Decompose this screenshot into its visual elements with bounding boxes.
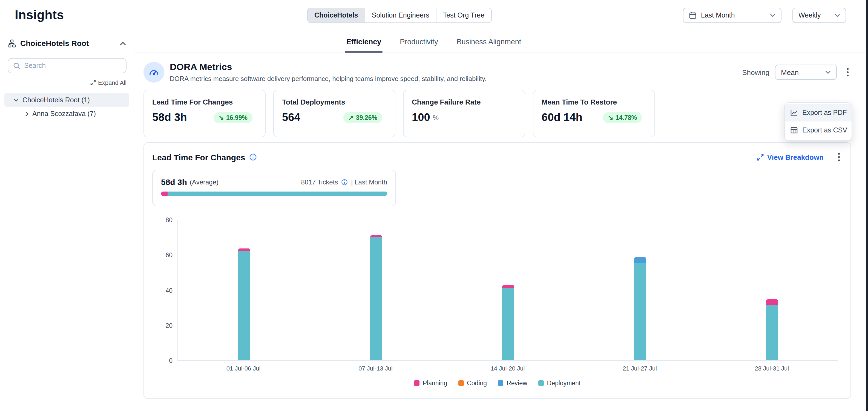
app-viewport: Insights ChoiceHotels Solution Engineers…	[0, 0, 868, 411]
stacked-bar[interactable]	[238, 248, 250, 360]
dora-title: DORA Metrics	[170, 62, 487, 73]
y-tick-label: 0	[169, 357, 173, 365]
bar-segment-deployment	[634, 264, 646, 360]
main-panel: Efficiency Productivity Business Alignme…	[135, 32, 868, 411]
legend-swatch	[538, 380, 544, 386]
legend-label: Review	[506, 380, 527, 386]
granularity-dropdown[interactable]: Weekly	[793, 8, 846, 23]
bar-column	[442, 220, 574, 360]
tree-node-label: ChoiceHotels Root (1)	[23, 96, 90, 104]
chart-legend: PlanningCodingReviewDeployment	[152, 380, 842, 386]
trend-delta: 14.78%	[616, 114, 637, 121]
granularity-dropdown-value: Weekly	[799, 11, 821, 19]
bar-segment-deployment	[370, 237, 382, 360]
trend-badge: ↘ 16.99%	[214, 112, 252, 123]
export-csv-label: Export as CSV	[802, 127, 847, 134]
main-content: DORA Metrics DORA metrics measure softwa…	[135, 53, 868, 399]
card-total-deployments[interactable]: Total Deployments 564 ↗ 39.26%	[273, 90, 395, 137]
calendar-icon	[689, 11, 696, 19]
plot-area	[178, 220, 838, 361]
chart-line-icon	[790, 109, 798, 116]
tree-node-choicehotels-root[interactable]: ChoiceHotels Root (1)	[4, 93, 129, 107]
x-tick-label: 01 Jul-06 Jul	[178, 365, 309, 372]
trend-delta: 16.99%	[226, 114, 248, 121]
y-tick-label: 40	[165, 286, 173, 294]
bar-chart: 020406080	[158, 220, 838, 361]
trend-badge: ↘ 14.78%	[603, 112, 642, 123]
tickets-count: 8017 Tickets	[301, 178, 338, 186]
org-tree: ChoiceHotels Root (1) Anna Scozzafava (7…	[0, 93, 134, 121]
card-change-failure-rate[interactable]: Change Failure Rate 100 %	[403, 90, 525, 137]
stacked-bar[interactable]	[766, 299, 778, 360]
tab-productivity[interactable]: Productivity	[399, 32, 439, 53]
table-icon	[790, 127, 798, 134]
chart-summary-box: 58d 3h (Average) 8017 Tickets | Last Mon…	[152, 170, 396, 206]
x-tick-label: 28 Jul-31 Jul	[706, 365, 838, 372]
showing-label: Showing	[742, 68, 769, 76]
bar-segment-planning	[766, 299, 778, 305]
card-lead-time-for-changes[interactable]: Lead Time For Changes 58d 3h ↘ 16.99%	[144, 90, 266, 137]
stacked-bar[interactable]	[634, 257, 646, 360]
legend-swatch	[498, 380, 503, 386]
expand-all-button[interactable]: Expand All	[90, 79, 126, 86]
bar-segment-deployment	[766, 306, 778, 360]
card-mean-time-to-restore[interactable]: Mean Time To Restore 60d 14h ↘ 14.78%	[533, 90, 655, 137]
export-menu: Export as PDF Export as CSV	[784, 102, 852, 141]
bar-segment-planning	[502, 285, 514, 288]
sidebar-header: ChoiceHotels Root	[0, 32, 134, 47]
chart-card-header: Lead Time For Changes View Breakdown	[152, 151, 842, 163]
x-tick-label: 21 Jul-27 Jul	[574, 365, 706, 372]
legend-swatch	[414, 380, 420, 386]
chart-title: Lead Time For Changes	[152, 152, 245, 162]
legend-item[interactable]: Coding	[458, 380, 487, 386]
dora-header: DORA Metrics DORA metrics measure softwa…	[144, 62, 851, 83]
aggregation-dropdown[interactable]: Mean	[775, 65, 837, 80]
info-icon[interactable]	[249, 153, 257, 161]
view-tabs: Efficiency Productivity Business Alignme…	[345, 32, 522, 53]
search-input[interactable]	[24, 62, 121, 69]
metric-value: 100	[412, 111, 430, 124]
summary-period: | Last Month	[351, 178, 387, 186]
org-tab-test-org-tree[interactable]: Test Org Tree	[436, 8, 491, 23]
org-tree-sidebar: ChoiceHotels Root Expand All	[0, 32, 134, 411]
chevron-down-icon	[770, 14, 775, 17]
export-csv-menu-item[interactable]: Export as CSV	[785, 122, 851, 139]
tab-efficiency[interactable]: Efficiency	[345, 32, 382, 53]
legend-item[interactable]: Review	[498, 380, 527, 386]
org-tab-solution-engineers[interactable]: Solution Engineers	[365, 8, 436, 23]
y-tick-label: 80	[165, 216, 173, 224]
expand-icon	[757, 153, 764, 161]
legend-label: Deployment	[547, 380, 581, 386]
summary-meta: 8017 Tickets | Last Month	[301, 178, 387, 186]
stacked-bar[interactable]	[502, 285, 514, 360]
period-dropdown[interactable]: Last Month	[683, 8, 781, 23]
chart-more-options-button[interactable]	[836, 151, 842, 163]
info-icon[interactable]	[341, 179, 348, 185]
metric-cards-row: Lead Time For Changes 58d 3h ↘ 16.99% To…	[144, 90, 851, 137]
export-pdf-menu-item[interactable]: Export as PDF	[785, 104, 851, 122]
more-options-button[interactable]	[844, 67, 851, 78]
expand-diagonal-icon	[90, 80, 96, 85]
chevron-right-icon	[25, 111, 29, 116]
period-dropdown-value: Last Month	[701, 11, 735, 19]
y-tick-label: 20	[165, 322, 173, 330]
org-hierarchy-icon	[8, 39, 16, 47]
collapse-sidebar-button[interactable]	[120, 41, 126, 45]
tree-node-anna-scozzafava[interactable]: Anna Scozzafava (7)	[4, 107, 129, 121]
tab-business-alignment[interactable]: Business Alignment	[456, 32, 522, 53]
legend-label: Planning	[423, 380, 447, 386]
chevron-down-icon	[14, 98, 19, 102]
legend-item[interactable]: Deployment	[538, 380, 581, 386]
window-scrollbar[interactable]	[866, 0, 868, 411]
org-tab-choicehotels[interactable]: ChoiceHotels	[308, 8, 365, 23]
view-breakdown-button[interactable]: View Breakdown	[757, 153, 824, 161]
chevron-down-icon	[825, 71, 831, 74]
x-tick-label: 14 Jul-20 Jul	[442, 365, 574, 372]
metric-title: Total Deployments	[282, 98, 386, 106]
legend-item[interactable]: Planning	[414, 380, 447, 386]
legend-swatch	[458, 380, 464, 386]
x-tick-label: 07 Jul-13 Jul	[309, 365, 441, 372]
bar-column	[310, 220, 442, 360]
stacked-bar[interactable]	[370, 235, 382, 360]
org-switcher: ChoiceHotels Solution Engineers Test Org…	[307, 8, 492, 23]
